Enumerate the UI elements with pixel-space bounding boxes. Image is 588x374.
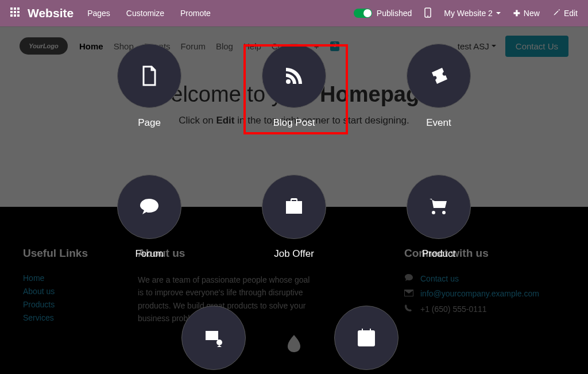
apps-icon[interactable] [10, 7, 20, 20]
published-wrap: Published [354, 9, 412, 18]
top-bar: Website Pages Customize Promote Publishe… [0, 0, 588, 26]
site-selector[interactable]: My Website 2 [444, 9, 501, 18]
menu-promote[interactable]: Promote [180, 9, 211, 18]
top-right: Published My Website 2 ✚ New Edit [354, 7, 578, 20]
svg-rect-6 [10, 14, 13, 17]
option-appointment-form[interactable]: Appointment Form [326, 306, 407, 374]
svg-rect-7 [14, 14, 16, 17]
published-label: Published [377, 9, 412, 18]
menu-pages[interactable]: Pages [87, 9, 110, 18]
briefcase-icon [262, 175, 326, 239]
cart-icon [407, 175, 471, 239]
loading-icon [287, 335, 301, 351]
svg-rect-2 [17, 7, 20, 10]
presentation-icon [181, 306, 246, 370]
plus-icon: ✚ [513, 9, 520, 18]
option-page[interactable]: Page [117, 44, 181, 129]
option-event[interactable]: Event [407, 44, 471, 129]
comment-icon [117, 175, 181, 239]
top-menu: Pages Customize Promote [87, 9, 211, 18]
new-content-overlay: Page Blog Post Event Forum [0, 26, 588, 374]
brand-title: Website [28, 6, 74, 20]
pencil-icon [552, 9, 560, 18]
option-label: Event [426, 117, 451, 129]
ticket-icon [407, 44, 471, 108]
site-name: My Website 2 [444, 9, 493, 18]
edit-label: Edit [564, 9, 578, 18]
option-job-offer[interactable]: Job Offer [262, 175, 326, 260]
svg-rect-8 [17, 14, 20, 17]
svg-rect-12 [206, 331, 218, 340]
menu-customize[interactable]: Customize [126, 9, 164, 18]
svg-rect-3 [10, 11, 13, 13]
svg-point-11 [286, 79, 291, 84]
option-label: Product [422, 248, 456, 260]
new-button[interactable]: ✚ New [513, 9, 540, 18]
option-label: Forum [135, 248, 163, 260]
svg-rect-5 [17, 11, 20, 13]
svg-rect-14 [358, 331, 374, 346]
option-forum[interactable]: Forum [117, 175, 181, 260]
option-product[interactable]: Product [407, 175, 471, 260]
option-label: Page [138, 117, 161, 129]
mobile-icon[interactable] [424, 7, 431, 20]
new-label: New [524, 9, 540, 18]
calendar-icon [334, 306, 399, 370]
option-label: Blog Post [273, 117, 315, 129]
option-label: Job Offer [274, 248, 314, 260]
svg-rect-0 [10, 7, 13, 10]
new-content-modal: Page Blog Post Event Forum [76, 44, 512, 374]
svg-rect-1 [14, 7, 16, 10]
svg-rect-4 [14, 11, 16, 13]
edit-button[interactable]: Edit [552, 9, 578, 18]
option-blog-post[interactable]: Blog Post [262, 44, 326, 129]
publish-toggle[interactable] [354, 9, 372, 18]
svg-point-13 [216, 340, 222, 345]
rss-icon [262, 44, 326, 108]
option-course[interactable]: Course [181, 306, 246, 374]
option-grid: Page Blog Post Event Forum [76, 44, 512, 374]
page-icon [117, 44, 181, 108]
